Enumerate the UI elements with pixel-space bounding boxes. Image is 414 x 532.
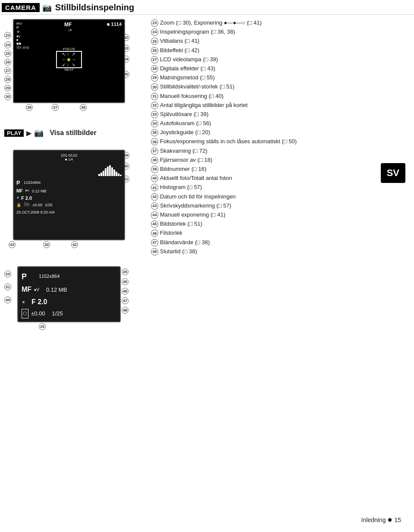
desc-num-27: 27 [151, 56, 158, 63]
desc-num-34: 34 [151, 120, 158, 127]
desc-item-35: 35 Joystickguide (□ 20) [151, 129, 410, 136]
desc-text-47: Bländarvärde (□ 38) [160, 239, 410, 246]
desc-num-28: 28 [151, 65, 158, 72]
desc-item-41: 41 Histogram (□ 57) [151, 183, 410, 191]
play-screen-wrapper: 39 40 41 43 30 42 101-0110 ■ 1/4 [4, 150, 129, 240]
desc-item-43: 43 Skrivskyddsmarkering (□ 57) [151, 202, 410, 210]
badge-43: 43 [9, 241, 16, 248]
desc-text-42: Datum och tid för inspelningen [160, 193, 410, 201]
page-title: Stillbildsinspelning [55, 3, 134, 13]
badge-29: 29 [4, 85, 11, 91]
badge-46: 46 [122, 288, 129, 295]
screen-content: MO P ☀ ♦v ■ ■■ ⬛L ((ω)) MF ◁4 [14, 20, 124, 102]
badge-36: 36 [80, 104, 87, 111]
badge-28: 28 [4, 76, 11, 83]
desc-item-40: 40 Aktuellt foto/Totalt antal foton [151, 174, 410, 182]
desc-text-39: Bildnummer (□ 16) [160, 165, 410, 173]
badge-27: 27 [4, 67, 11, 74]
desc-text-45: Bildstorlek (□ 51) [160, 220, 410, 228]
desc-num-48: 48 [151, 248, 158, 255]
badge-45: 45 [122, 278, 129, 285]
footer-bullet [388, 518, 392, 522]
desc-text-28: Digitala effekter (□ 43) [160, 65, 410, 72]
desc-num-30: 30 [151, 83, 158, 91]
desc-num-35: 35 [151, 129, 158, 136]
desc-num-44: 44 [151, 211, 158, 219]
desc-text-25: Vitbalans (□ 41) [160, 37, 410, 45]
right-panel: 23 Zoom (□ 30), Exponering ●—●—○ (□ 41) … [147, 19, 410, 327]
desc-text-31: Manuell fokusering (□ 40) [160, 92, 410, 100]
badge-38: 38 [26, 104, 33, 111]
desc-item-45: 45 Bildstorlek (□ 51) [151, 220, 410, 228]
badge-26b: 26 [122, 268, 129, 275]
sv-badge: SV [381, 163, 405, 183]
desc-num-40: 40 [151, 175, 158, 182]
desc-item-32: 32 Antal tillgängliga stillbilder på kor… [151, 101, 410, 109]
desc-item-37: 37 Skakvarning (□ 72) [151, 147, 410, 155]
desc-text-30: Stillbildskvalitet/-storlek (□ 51) [160, 83, 410, 91]
badge-30: 30 [4, 93, 11, 100]
desc-num-41: 41 [151, 184, 158, 191]
desc-item-27: 27 LCD videolampa (□ 39) [151, 56, 410, 63]
page-footer: Inledning 15 [361, 516, 401, 523]
desc-item-44: 44 Manuell exponering (□ 41) [151, 211, 410, 219]
desc-num-23: 23 [151, 19, 158, 27]
desc-item-23: 23 Zoom (□ 30), Exponering ●—●—○ (□ 41) [151, 19, 410, 27]
desc-text-34: Autofokusram (□ 56) [160, 120, 410, 127]
camera-icon: 📷 [42, 3, 52, 13]
desc-num-31: 31 [151, 93, 158, 100]
badge-44: 44 [4, 296, 11, 303]
main-content: 23 24 25 26 27 28 29 30 31 32 33 34 35 3… [0, 15, 414, 331]
desc-text-33: Självutlösare (□ 39) [160, 110, 410, 118]
desc-text-40: Aktuellt foto/Totalt antal foton [160, 174, 410, 182]
play-section-label: PLAY ▶ 📷 Visa stillbilder [4, 128, 142, 139]
desc-num-37: 37 [151, 148, 158, 155]
badge-48: 48 [122, 307, 129, 314]
desc-num-47: 47 [151, 239, 158, 246]
desc-text-32: Antal tillgängliga stillbilder på kortet [160, 101, 410, 109]
desc-text-48: Slutartid (□ 38) [160, 248, 410, 255]
desc-num-45: 45 [151, 220, 158, 228]
badge-42: 42 [71, 241, 78, 248]
badge-30b: 30 [43, 241, 50, 248]
desc-item-36: 36 Fokus/exponering ställs in och låses … [151, 138, 410, 145]
desc-text-24: Inspelningsprogram (□ 36, 38) [160, 28, 410, 36]
badge-31b: 31 [4, 283, 11, 290]
desc-num-33: 33 [151, 111, 158, 118]
play-camera-icon: 📷 [34, 128, 44, 138]
zoom-screen-wrapper: 24 31 44 26 45 46 47 48 25 P 1152x864 MF… [4, 266, 129, 322]
zoom-screen: P 1152x864 MF ♦V 0.12 MB ☀ F 2.0 ⬡ ±0. [17, 266, 121, 322]
badge-47: 47 [122, 297, 129, 304]
desc-item-28: 28 Digitala effekter (□ 43) [151, 65, 410, 72]
desc-num-24: 24 [151, 28, 158, 36]
badge-25b: 25 [39, 323, 46, 330]
desc-item-47: 47 Bländarvärde (□ 38) [151, 239, 410, 246]
desc-text-43: Skrivskyddsmarkering (□ 57) [160, 202, 410, 210]
page-header: CAMERA 📷 Stillbildsinspelning [0, 0, 414, 15]
desc-item-25: 25 Vitbalans (□ 41) [151, 37, 410, 45]
camera-label: CAMERA [2, 3, 40, 12]
desc-num-26: 26 [151, 47, 158, 54]
play-icon: ▶ [26, 129, 31, 137]
desc-item-26: 26 Bildeffekt (□ 42) [151, 47, 410, 54]
desc-num-36: 36 [151, 138, 158, 145]
desc-item-34: 34 Autofokusram (□ 56) [151, 120, 410, 127]
badge-25: 25 [4, 50, 11, 57]
desc-text-41: Histogram (□ 57) [160, 183, 410, 191]
desc-num-39: 39 [151, 166, 158, 173]
desc-num-29: 29 [151, 74, 158, 82]
badge-23: 23 [4, 32, 11, 39]
badge-26: 26 [4, 59, 11, 66]
desc-num-32: 32 [151, 102, 158, 109]
play-screen: 101-0110 ■ 1/4 [13, 150, 125, 240]
desc-num-43: 43 [151, 202, 158, 210]
desc-text-46: Filstorlek [160, 229, 410, 237]
desc-item-42: 42 Datum och tid för inspelningen [151, 193, 410, 201]
desc-text-38: Fjärrsensor av (□ 18) [160, 156, 410, 164]
desc-item-30: 30 Stillbildskvalitet/-storlek (□ 51) [151, 83, 410, 91]
visa-text: Visa stillbilder [50, 129, 96, 137]
desc-text-35: Joystickguide (□ 20) [160, 129, 410, 136]
desc-text-26: Bildeffekt (□ 42) [160, 47, 410, 54]
camera-screen: MO P ☀ ♦v ■ ■■ ⬛L ((ω)) MF ◁4 [13, 19, 125, 103]
play-label: PLAY [4, 129, 24, 137]
